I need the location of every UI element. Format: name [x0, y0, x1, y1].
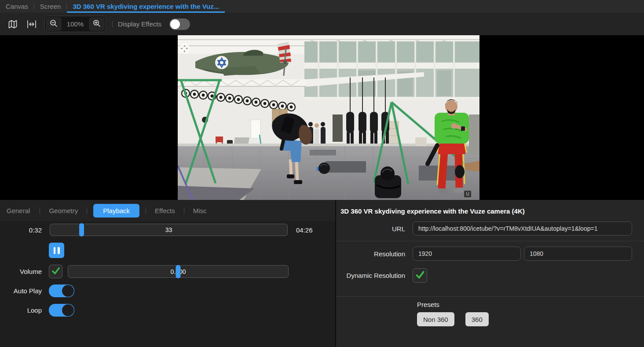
- player-watermark: U: [464, 191, 471, 197]
- tab-screen[interactable]: Screen: [34, 0, 67, 13]
- pan-360-control[interactable]: ▲ ▼ ◄ ►: [179, 43, 190, 54]
- pause-button[interactable]: [49, 243, 64, 258]
- zoom-in-icon: [92, 18, 102, 30]
- bottom-panels: General Geometry Playback Effects Misc 0…: [0, 200, 644, 347]
- timeline-slider-value: 33: [165, 226, 172, 233]
- autoplay-row: Auto Play: [0, 284, 335, 297]
- zoom-out-button[interactable]: [46, 17, 62, 31]
- playback-panel-tabs: General Geometry Playback Effects Misc: [0, 200, 335, 221]
- playback-controls: 0:32 33 04:26 Volume: [0, 221, 335, 317]
- section-divider: [336, 296, 644, 297]
- loop-toggle[interactable]: [49, 304, 74, 317]
- video-scene: [178, 35, 479, 200]
- timeline-current-time: 0:32: [0, 226, 42, 234]
- zoom-in-button[interactable]: [89, 17, 105, 31]
- url-input[interactable]: [413, 221, 632, 236]
- tab-misc[interactable]: Misc: [184, 207, 216, 214]
- pan-right-icon: ►: [186, 47, 189, 50]
- zoom-out-icon: [49, 18, 59, 30]
- volume-slider-thumb[interactable]: [176, 265, 181, 278]
- toolbar-separator: [112, 21, 113, 27]
- tab-playback[interactable]: Playback: [93, 204, 139, 218]
- timeline-slider-thumb[interactable]: [79, 223, 84, 236]
- loop-row: Loop: [0, 304, 335, 317]
- dynamic-resolution-row: Dynamic Resolution: [336, 268, 632, 283]
- pause-icon: [54, 247, 56, 254]
- toolbar: 100% Display Effects: [0, 13, 644, 35]
- preset-non-360-button[interactable]: Non 360: [417, 312, 454, 326]
- toggle-knob: [62, 285, 74, 297]
- pan-down-icon: ▼: [183, 50, 186, 53]
- dynamic-resolution-label: Dynamic Resolution: [336, 272, 413, 279]
- tab-general[interactable]: General: [7, 207, 40, 214]
- display-effects-label: Display Effects: [118, 20, 161, 28]
- top-tab-bar: Canvas Screen 3D 360 VR skydiving experi…: [0, 0, 644, 13]
- tab-canvas[interactable]: Canvas: [0, 0, 34, 13]
- resolution-row: Resolution: [336, 247, 632, 261]
- tab-geometry[interactable]: Geometry: [40, 207, 87, 214]
- zoom-level-value: 100%: [62, 20, 89, 28]
- zoom-control-group: 100%: [44, 16, 106, 32]
- video-frame[interactable]: ▲ ▼ ◄ ► U: [178, 35, 479, 200]
- timeline-duration: 04:26: [296, 226, 313, 234]
- fit-width-icon: [26, 19, 37, 30]
- tab-video-active[interactable]: 3D 360 VR skydiving experience with the …: [67, 0, 225, 13]
- app-window: Canvas Screen 3D 360 VR skydiving experi…: [0, 0, 644, 347]
- url-label: URL: [336, 225, 413, 233]
- autoplay-toggle[interactable]: [49, 284, 74, 297]
- toggle-knob: [62, 304, 74, 316]
- presets-label: Presets: [417, 301, 644, 308]
- pan-left-icon: ◄: [180, 47, 183, 50]
- resolution-width-input[interactable]: [413, 247, 521, 261]
- dynamic-resolution-checkbox[interactable]: [413, 268, 427, 283]
- timeline-row: 0:32 33 04:26: [0, 224, 335, 236]
- autoplay-label: Auto Play: [0, 287, 42, 295]
- url-row: URL: [336, 221, 632, 236]
- playback-panel: General Geometry Playback Effects Misc 0…: [0, 200, 335, 347]
- volume-row: Volume 0.500: [0, 265, 335, 278]
- resolution-height-input[interactable]: [524, 247, 632, 261]
- timeline-slider[interactable]: 33: [50, 224, 288, 236]
- loop-label: Loop: [0, 306, 42, 314]
- video-stage: ▲ ▼ ◄ ► U: [0, 35, 644, 200]
- preset-360-button[interactable]: 360: [465, 312, 489, 326]
- section-divider: [336, 241, 644, 241]
- tab-effects[interactable]: Effects: [146, 207, 184, 214]
- pause-icon: [58, 247, 60, 254]
- check-icon: [51, 266, 61, 277]
- map-projection-button[interactable]: [5, 17, 20, 32]
- tab-separator: [87, 207, 87, 214]
- presets-buttons: Non 360 360: [417, 312, 644, 326]
- resolution-label: Resolution: [336, 250, 413, 258]
- display-effects-toggle[interactable]: [169, 18, 190, 30]
- video-title: 3D 360 VR skydiving experience with the …: [336, 200, 644, 215]
- map-icon: [7, 19, 18, 30]
- properties-panel: 3D 360 VR skydiving experience with the …: [336, 200, 644, 347]
- volume-enabled-checkbox[interactable]: [49, 265, 62, 278]
- fit-width-button[interactable]: [24, 17, 39, 32]
- check-icon: [415, 269, 425, 282]
- volume-label: Volume: [0, 268, 42, 275]
- volume-slider[interactable]: 0.500: [68, 265, 289, 278]
- toggle-knob: [170, 19, 180, 29]
